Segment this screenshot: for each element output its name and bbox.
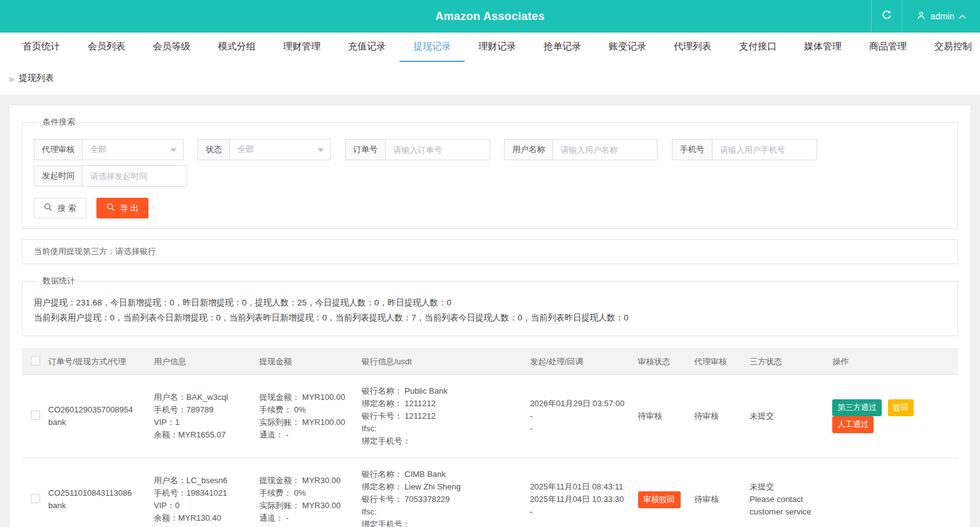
user-icon (916, 11, 926, 23)
cell-order: CO2601290357008954 bank (48, 375, 153, 458)
main-area: 条件搜索 代理审核 全部 状态 全部 订单号 用户名称 (0, 95, 980, 527)
stats-panel-legend: 数据统计 (38, 275, 80, 287)
order-no-filter: 订单号 (345, 139, 490, 160)
stats-panel: 数据统计 用户提现：231.68，今日新增提现：0，昨日新增提现：0，提现人数：… (22, 275, 958, 336)
user-menu[interactable]: admin (902, 0, 980, 33)
tab-grab-order-records[interactable]: 抢单记录 (530, 33, 595, 62)
app-header: Amazon Associates admin (0, 0, 980, 33)
audit-status-text: 待审核 (638, 411, 663, 421)
tab-member-list[interactable]: 会员列表 (74, 33, 139, 62)
withdraw-table: 订单号/提现方式/代理 用户信息 提现金额 银行信息/usdt 发起/处理/回调… (22, 349, 958, 527)
col-actions: 操作 (832, 349, 958, 375)
phone-label: 手机号 (672, 139, 713, 160)
cell-amount: 提现金额： MYR30.00 手续费： 0% 实际到账： MYR30.00 通道… (259, 458, 361, 527)
tab-account-change-records[interactable]: 账变记录 (595, 33, 660, 62)
search-button[interactable]: 搜 索 (34, 198, 86, 218)
cell-user-info: 用户名：BAK_w3cql 手机号：789789 VIP：1 余额：MYR165… (154, 375, 259, 458)
content-card: 条件搜索 代理审核 全部 状态 全部 订单号 用户名称 (9, 105, 971, 527)
chevron-down-icon (317, 148, 324, 152)
refresh-button[interactable] (871, 0, 902, 33)
col-bank-info: 银行信息/usdt (361, 349, 530, 375)
phone-filter: 手机号 (672, 139, 817, 160)
agent-audit-text: 待审核 (694, 494, 719, 504)
export-button-label: 导 出 (120, 203, 139, 214)
cell-audit-status: 待审核 (638, 375, 694, 458)
username-filter: 用户名称 (504, 139, 658, 160)
audit-rejected-badge: 审核驳回 (638, 491, 681, 508)
phone-input[interactable] (712, 139, 817, 160)
cell-bank-info: 银行名称： Public Bank 绑定名称： 1211212 银行卡号： 12… (361, 375, 530, 458)
third-party-pass-button[interactable]: 第三方通过 (832, 399, 882, 416)
chevron-up-icon (959, 11, 966, 21)
username-label: 用户名称 (504, 139, 553, 160)
tab-mode-group[interactable]: 模式分组 (204, 33, 269, 62)
cell-actions (832, 458, 958, 527)
col-third-status: 三方状态 (750, 349, 832, 375)
cell-agent-audit: 待审核 (694, 375, 750, 458)
cell-times: 2026年01月29日 03:57:00 - - (530, 375, 637, 458)
username-label: admin (931, 11, 954, 21)
tab-agent-list[interactable]: 代理列表 (660, 33, 725, 62)
table-row: CO2601290357008954 bank 用户名：BAK_w3cql 手机… (22, 375, 958, 458)
status-filter: 状态 全部 (197, 139, 331, 160)
tab-media-manage[interactable]: 媒体管理 (790, 33, 855, 62)
search-icon (44, 203, 53, 213)
select-all-checkbox[interactable] (31, 356, 40, 366)
main-nav: 首页统计 会员列表 会员等级 模式分组 理财管理 充值记录 提现记录 理财记录 … (0, 33, 980, 62)
row-checkbox[interactable] (31, 411, 40, 420)
start-time-filter: 发起时间 (34, 165, 187, 187)
chevron-down-icon (170, 148, 177, 152)
tab-withdraw-records[interactable]: 提现记录 (400, 33, 465, 62)
stats-line-current-list: 当前列表用户提现：0，当前列表今日新增提现：0，当前列表昨日新增提现：0，当前列… (34, 310, 946, 325)
table-header-row: 订单号/提现方式/代理 用户信息 提现金额 银行信息/usdt 发起/处理/回调… (22, 349, 958, 375)
cell-user-info: 用户名：LC_bsesn6 手机号：198341021 VIP：0 余额：MYR… (154, 458, 259, 527)
agent-audit-value: 全部 (90, 145, 106, 154)
tab-product-manage[interactable]: 商品管理 (855, 33, 921, 62)
manual-pass-button[interactable]: 人工通过 (832, 416, 874, 433)
third-party-notice: 当前使用提现第三方：请选择银行 (22, 239, 958, 264)
username-input[interactable] (552, 139, 658, 160)
col-order: 订单号/提现方式/代理 (48, 349, 153, 375)
status-select[interactable]: 全部 (229, 139, 331, 160)
tab-payment-api[interactable]: 支付接口 (725, 33, 790, 62)
cell-order: CO2511010843113086 bank (48, 458, 153, 527)
status-label: 状态 (197, 139, 230, 160)
start-time-label: 发起时间 (34, 165, 83, 187)
order-no-label: 订单号 (345, 139, 386, 160)
cell-agent-audit: 待审核 (694, 458, 750, 527)
order-no-input[interactable] (385, 139, 490, 160)
tab-trade-control[interactable]: 交易控制 (921, 33, 980, 62)
cell-times: 2025年11月01日 08:43:11 2025年11月04日 10:33:3… (530, 458, 637, 527)
header-actions: admin (871, 0, 980, 33)
refresh-icon (881, 9, 892, 23)
tab-finance-manage[interactable]: 理财管理 (269, 33, 334, 62)
tab-recharge-records[interactable]: 充值记录 (334, 33, 400, 62)
agent-audit-label: 代理审核 (34, 139, 83, 160)
search-panel-legend: 条件搜索 (38, 116, 80, 128)
stats-line-global: 用户提现：231.68，今日新增提现：0，昨日新增提现：0，提现人数：25，今日… (34, 295, 946, 310)
tab-member-level[interactable]: 会员等级 (139, 33, 204, 62)
tab-home-stats[interactable]: 首页统计 (9, 33, 74, 62)
col-audit-status: 审核状态 (638, 349, 694, 375)
app-title: Amazon Associates (0, 10, 980, 23)
agent-audit-select[interactable]: 全部 (82, 139, 183, 160)
start-time-input[interactable] (82, 165, 187, 187)
search-panel: 条件搜索 代理审核 全部 状态 全部 订单号 用户名称 (22, 116, 958, 229)
col-times: 发起/处理/回调 (530, 349, 637, 375)
cell-audit-status: 审核驳回 (638, 458, 694, 527)
agent-audit-text: 待审核 (694, 411, 719, 421)
col-agent-audit: 代理审核 (694, 349, 750, 375)
breadcrumb-icon: » (9, 73, 14, 84)
page-title: 提现列表 (19, 73, 54, 84)
row-checkbox[interactable] (31, 494, 40, 503)
table-row: CO2511010843113086 bank 用户名：LC_bsesn6 手机… (22, 458, 958, 527)
cell-third-status: 未提交 Please contact customer service (750, 458, 832, 527)
export-button[interactable]: 导 出 (96, 198, 149, 218)
search-button-row: 搜 索 导 出 (34, 198, 946, 218)
cell-bank-info: 银行名称： CIMB Bank 绑定名称： Liew Zhi Sheng 银行卡… (361, 458, 530, 527)
breadcrumb: » 提现列表 (0, 62, 980, 95)
col-user-info: 用户信息 (154, 349, 259, 375)
tab-finance-records[interactable]: 理财记录 (465, 33, 530, 62)
reject-button[interactable]: 驳回 (888, 399, 914, 416)
search-button-label: 搜 索 (58, 203, 76, 214)
